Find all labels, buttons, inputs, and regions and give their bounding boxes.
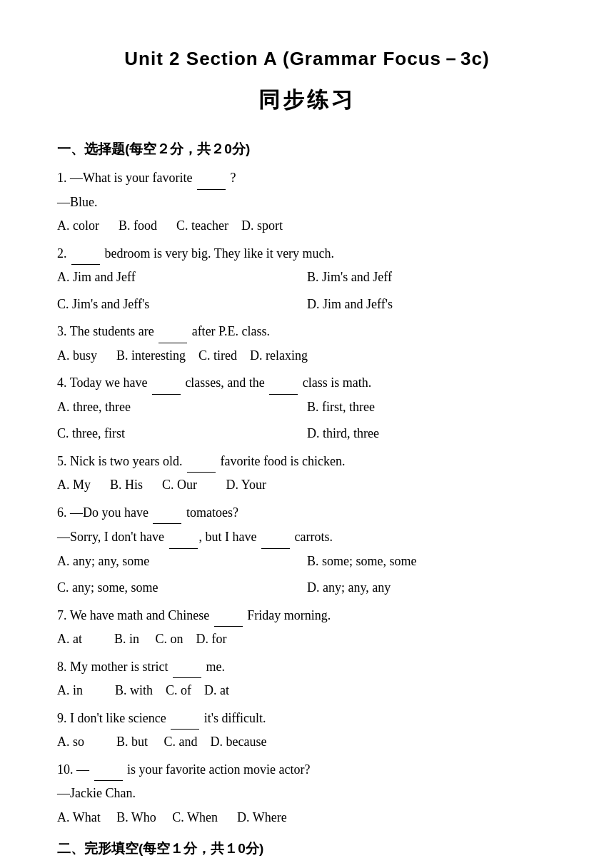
question-1: 1. —What is your favorite ? bbox=[57, 166, 557, 190]
main-title: Unit 2 Section A (Grammar Focus－3c) bbox=[57, 43, 557, 74]
blank-7 bbox=[214, 604, 243, 627]
section1-title: 一、选择题(每空２分，共２0分) bbox=[57, 138, 557, 161]
question-10: 10. — is your favorite action movie acto… bbox=[57, 758, 557, 782]
question-4: 4. Today we have classes, and the class … bbox=[57, 371, 557, 395]
options-10: A. What B. Who C. When D. Where bbox=[57, 807, 557, 829]
blank-6c bbox=[261, 525, 290, 549]
blank-2 bbox=[71, 242, 100, 266]
question-6: 6. —Do you have tomatoes? bbox=[57, 501, 557, 525]
blank-8 bbox=[173, 655, 201, 679]
blank-9 bbox=[171, 707, 199, 730]
question-2: 2. bedroom is very big. They like it ver… bbox=[57, 242, 557, 266]
blank-3 bbox=[158, 320, 187, 343]
options-8: A. in B. with C. of D. at bbox=[57, 680, 557, 702]
blank-6b bbox=[169, 525, 198, 549]
options-1: A. color B. food C. teacher D. sport bbox=[57, 215, 557, 238]
blank-6a bbox=[153, 501, 181, 525]
question-8: 8. My mother is strict me. bbox=[57, 655, 557, 679]
options-9: A. so B. but C. and D. because bbox=[57, 731, 557, 754]
question-6-answer: —Sorry, I don't have , but I have carrot… bbox=[57, 525, 557, 549]
blank-1 bbox=[197, 166, 226, 190]
blank-4a bbox=[152, 371, 181, 395]
question-1-answer: —Blue. bbox=[57, 191, 557, 214]
blank-4b bbox=[269, 371, 298, 395]
options-3: A. busy B. interesting C. tired D. relax… bbox=[57, 345, 557, 368]
options-4: A. three, three B. first, three bbox=[57, 396, 557, 419]
options-2b: C. Jim's and Jeff's D. Jim and Jeff's bbox=[57, 293, 557, 316]
blank-5 bbox=[187, 450, 216, 473]
blank-10 bbox=[94, 758, 123, 782]
question-3: 3. The students are after P.E. class. bbox=[57, 320, 557, 343]
section2-title: 二、完形填空(每空１分，共１0分) bbox=[57, 837, 557, 860]
options-2: A. Jim and Jeff B. Jim's and Jeff bbox=[57, 266, 557, 289]
options-6b: C. any; some, some D. any; any, any bbox=[57, 577, 557, 600]
options-7: A. at B. in C. on D. for bbox=[57, 628, 557, 651]
question-5: 5. Nick is two years old. favorite food … bbox=[57, 450, 557, 473]
options-4b: C. three, first D. third, three bbox=[57, 423, 557, 445]
subtitle: 同步练习 bbox=[57, 81, 557, 118]
options-6: A. any; any, some B. some; some, some bbox=[57, 550, 557, 573]
question-9: 9. I don't like science it's difficult. bbox=[57, 707, 557, 730]
question-10-answer: —Jackie Chan. bbox=[57, 782, 557, 805]
options-5: A. My B. His C. Our D. Your bbox=[57, 474, 557, 497]
question-7: 7. We have math and Chinese Friday morni… bbox=[57, 604, 557, 627]
